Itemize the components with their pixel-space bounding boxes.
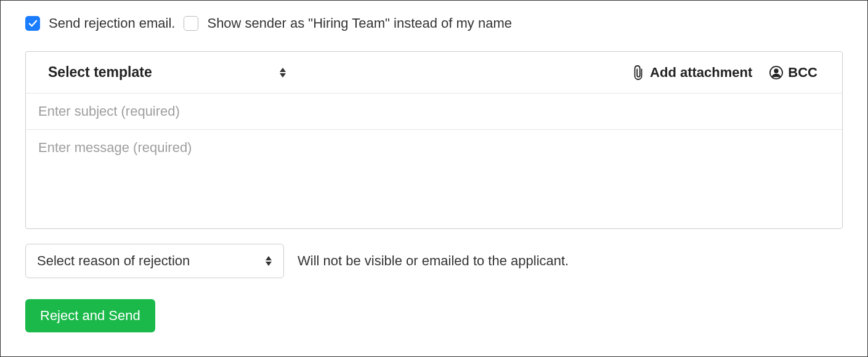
send-rejection-label: Send rejection email. bbox=[49, 15, 175, 31]
select-arrows-icon bbox=[265, 256, 272, 266]
template-select-label: Select template bbox=[48, 64, 152, 81]
message-row bbox=[26, 130, 842, 228]
show-sender-checkbox[interactable] bbox=[184, 16, 198, 31]
show-sender-option: Show sender as "Hiring Team" instead of … bbox=[184, 15, 512, 31]
email-composer: Select template Add attachment bbox=[25, 51, 843, 229]
subject-input[interactable] bbox=[38, 103, 830, 119]
subject-row bbox=[26, 94, 842, 130]
bcc-button[interactable]: BCC bbox=[769, 65, 817, 81]
reason-hint: Will not be visible or emailed to the ap… bbox=[298, 253, 569, 269]
email-header: Select template Add attachment bbox=[26, 52, 842, 94]
bcc-label: BCC bbox=[788, 65, 817, 81]
reason-select-label: Select reason of rejection bbox=[37, 253, 190, 269]
reason-select[interactable]: Select reason of rejection bbox=[25, 244, 284, 278]
message-input[interactable] bbox=[38, 140, 830, 219]
reject-and-send-button[interactable]: Reject and Send bbox=[25, 299, 155, 332]
show-sender-label: Show sender as "Hiring Team" instead of … bbox=[207, 15, 512, 31]
add-attachment-button[interactable]: Add attachment bbox=[631, 65, 752, 81]
reason-row: Select reason of rejection Will not be v… bbox=[25, 244, 843, 278]
person-circle-icon bbox=[769, 65, 783, 81]
template-select[interactable]: Select template bbox=[48, 64, 286, 81]
top-options: Send rejection email. Show sender as "Hi… bbox=[25, 15, 843, 31]
svg-point-1 bbox=[774, 68, 779, 73]
check-icon bbox=[28, 19, 38, 28]
add-attachment-label: Add attachment bbox=[650, 65, 752, 81]
rejection-panel: Send rejection email. Show sender as "Hi… bbox=[0, 0, 868, 357]
paperclip-icon bbox=[631, 65, 645, 81]
sort-arrows-icon bbox=[279, 68, 286, 78]
send-rejection-checkbox[interactable] bbox=[25, 16, 40, 31]
send-rejection-option: Send rejection email. bbox=[25, 15, 175, 31]
